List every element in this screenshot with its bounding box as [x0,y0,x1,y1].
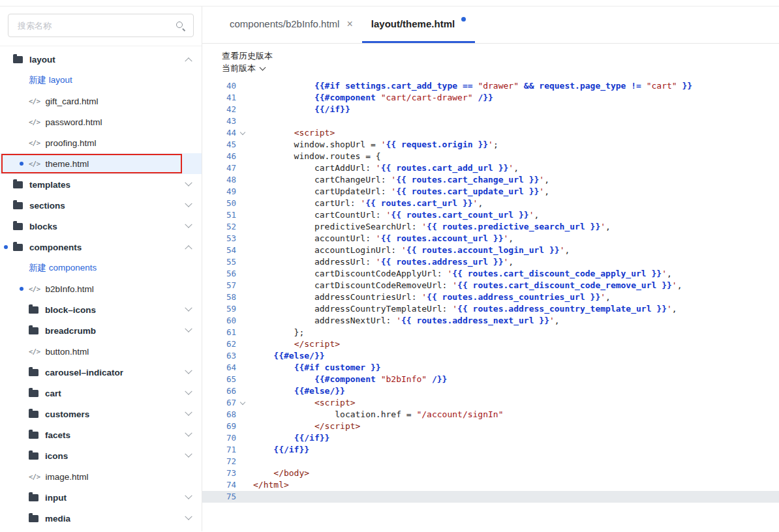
search-input[interactable] [16,20,176,31]
chevron-down-icon[interactable] [185,304,192,312]
code-line[interactable]: 62 </script> [202,338,779,350]
code-text: accountUrl: '{{ routes.account_url }}', [249,233,779,244]
tab-layout-theme.html[interactable]: layout/theme.html [362,7,475,43]
code-line[interactable]: 69 </script> [202,421,779,432]
chevron-down-icon[interactable] [185,200,192,207]
tree-folder-input[interactable]: input [0,487,202,508]
code-line[interactable]: 45 window.shopUrl = '{{ request.origin }… [202,139,779,151]
code-line[interactable]: 64 {{#if customer }} [202,362,779,374]
tab-components-b2bInfo.html[interactable]: components/b2bInfo.html× [221,7,362,43]
code-line[interactable]: 44 <script> [202,127,779,139]
code-editor[interactable]: 40 {{#if settings.cart_add_type == "draw… [202,78,779,531]
tree-folder-block-icons[interactable]: block–icons [0,299,202,320]
tree-file-button.html[interactable]: </>button.html [0,341,202,362]
chevron-down-icon[interactable] [185,451,192,458]
tree-folder-templates[interactable]: templates [0,174,202,195]
tree-folder-carousel-indicator[interactable]: carousel–indicator [0,362,202,383]
chevron-down-icon[interactable] [185,179,192,186]
code-line[interactable]: 51 cartCountUrl: '{{ routes.cart_count_u… [202,209,779,221]
code-line[interactable]: 40 {{#if settings.cart_add_type == "draw… [202,80,779,92]
code-line[interactable]: 43 [202,115,779,127]
code-line[interactable]: 58 addressCountriesUrl: '{{ routes.addre… [202,291,779,303]
code-line[interactable]: 68 location.href = "/account/signIn" [202,409,779,421]
tree-folder-layout[interactable]: layout [0,49,202,70]
folder-icon [13,56,23,63]
code-line[interactable]: 59 addressCountryTemplateUrl: '{{ routes… [202,303,779,315]
line-number: 65 [202,374,236,385]
code-file-icon: </> [29,347,40,355]
tree-file-password.html[interactable]: </>password.html [0,111,202,132]
code-line[interactable]: 46 window.routes = { [202,151,779,162]
code-line[interactable]: 60 addressNextUrl: '{{ routes.address_ne… [202,315,779,327]
chevron-down-icon[interactable] [185,388,192,395]
line-number: 40 [202,80,236,92]
tree-folder-cart[interactable]: cart [0,383,202,404]
code-line[interactable]: 50 cartUrl: '{{ routes.cart_url }}', [202,198,779,209]
code-line[interactable]: 48 cartChangeUrl: '{{ routes.cart_change… [202,174,779,186]
tree-action--layout[interactable]: 新建 layout [0,70,202,91]
code-line[interactable]: 42 {{/if}} [202,104,779,115]
code-text: {{#else/}} [249,385,779,397]
code-text: cartChangeUrl: '{{ routes.cart_change_ur… [249,174,779,186]
code-line[interactable]: 49 cartUpdateUrl: '{{ routes.cart_update… [202,186,779,198]
code-line[interactable]: 74</html> [202,479,779,491]
tree-folder-customers[interactable]: customers [0,404,202,424]
code-line[interactable]: 72 [202,456,779,467]
code-line[interactable]: 57 cartDiscountCodeRemoveUrl: '{{ routes… [202,280,779,291]
code-line[interactable]: 75 [202,491,779,503]
code-line[interactable]: 67 <script> [202,397,779,409]
code-line[interactable]: 52 predictiveSearchUrl: '{{ routes.predi… [202,221,779,233]
chevron-down-icon[interactable] [185,409,192,416]
chevron-down-icon[interactable] [185,325,192,332]
code-line[interactable]: 55 addressUrl: '{{ routes.address_url }}… [202,256,779,268]
chevron-down-icon[interactable] [185,492,192,499]
chevron-up-icon[interactable] [185,57,192,65]
tree-file-proofing.html[interactable]: </>proofing.html [0,132,202,153]
current-version-dropdown[interactable]: 当前版本 [222,62,265,74]
tree-file-image.html[interactable]: </>image.html [0,466,202,487]
code-text: addressCountryTemplateUrl: '{{ routes.ad… [249,303,779,315]
tree-file-theme.html[interactable]: </>theme.html [0,153,202,174]
tree-item-label: carousel–indicator [45,368,123,377]
chevron-up-icon[interactable] [185,245,192,252]
code-line[interactable]: 73 </body> [202,467,779,479]
code-file-icon: </> [29,97,40,105]
line-number: 73 [202,467,236,479]
search-icon[interactable] [176,21,185,31]
tree-file-b2bInfo.html[interactable]: </>b2bInfo.html [0,278,202,299]
view-history-link[interactable]: 查看历史版本 [222,50,273,62]
tree-folder-blocks[interactable]: blocks [0,216,202,237]
code-line[interactable]: 63 {{#else/}} [202,350,779,362]
code-text: window.shopUrl = '{{ request.origin }}'; [249,139,779,151]
tree-folder-breadcrumb[interactable]: breadcrumb [0,320,202,341]
code-text: </script> [249,338,779,350]
code-line[interactable]: 70 {{/if}} [202,432,779,444]
tree-folder-media[interactable]: media [0,508,202,529]
chevron-down-icon[interactable] [185,367,192,374]
close-icon[interactable]: × [346,19,352,29]
code-line[interactable]: 65 {{#component "b2bInfo" /}} [202,374,779,385]
tree-action--components[interactable]: 新建 components [0,258,202,278]
code-line[interactable]: 54 accountLoginUrl: '{{ routes.account_l… [202,244,779,256]
fold-toggle[interactable] [236,402,249,404]
tree-folder-facets[interactable]: facets [0,424,202,445]
chevron-down-icon[interactable] [185,430,192,437]
code-line[interactable]: 61 }; [202,327,779,338]
tree-file-gift_card.html[interactable]: </>gift_card.html [0,91,202,111]
code-line[interactable]: 53 accountUrl: '{{ routes.account_url }}… [202,233,779,244]
line-number: 51 [202,209,236,221]
tree-folder-icons[interactable]: icons [0,445,202,466]
tree-folder-sections[interactable]: sections [0,195,202,216]
code-file-icon: </> [29,160,40,168]
tree-item-label: breadcrumb [45,326,96,336]
fold-toggle[interactable] [236,132,249,134]
code-line[interactable]: 47 cartAddUrl: '{{ routes.cart_add_url }… [202,162,779,174]
code-line[interactable]: 71 {{/if}} [202,444,779,456]
code-line[interactable]: 41 {{#component "cart/cart-drawer" /}} [202,92,779,104]
code-line[interactable]: 66 {{#else/}} [202,385,779,397]
search-box[interactable] [8,14,194,37]
tree-folder-components[interactable]: components [0,237,202,258]
code-line[interactable]: 56 cartDiscountCodeApplyUrl: '{{ routes.… [202,268,779,280]
chevron-down-icon[interactable] [185,513,192,520]
chevron-down-icon[interactable] [185,221,192,228]
